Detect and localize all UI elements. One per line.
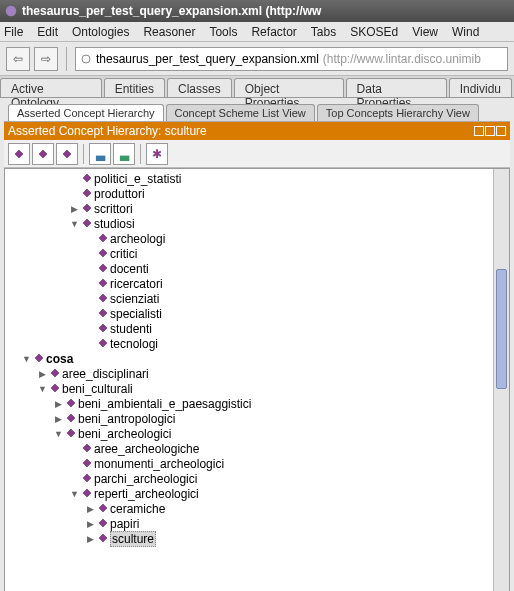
node-label[interactable]: beni_antropologici bbox=[78, 412, 175, 426]
tree-node[interactable]: ▶ceramiche bbox=[5, 501, 493, 516]
node-label[interactable]: sculture bbox=[110, 531, 156, 547]
subtab-top-concepts-hierarchy-view[interactable]: Top Concepts Hierarchy View bbox=[317, 104, 479, 121]
node-label[interactable]: monumenti_archeologici bbox=[94, 457, 224, 471]
back-button[interactable]: ⇦ bbox=[6, 47, 30, 71]
svg-marker-7 bbox=[83, 204, 91, 212]
collapse-icon[interactable]: ▼ bbox=[69, 219, 80, 229]
subtab-concept-scheme-list-view[interactable]: Concept Scheme List View bbox=[166, 104, 315, 121]
add-subclass-button[interactable] bbox=[8, 143, 30, 165]
node-label[interactable]: specialisti bbox=[110, 307, 162, 321]
tool-button-3[interactable]: ✱ bbox=[146, 143, 168, 165]
menu-reasoner[interactable]: Reasoner bbox=[143, 25, 195, 39]
menu-refactor[interactable]: Refactor bbox=[251, 25, 296, 39]
tool-button-2[interactable]: ▃ bbox=[113, 143, 135, 165]
node-label[interactable]: studiosi bbox=[94, 217, 135, 231]
node-label[interactable]: ceramiche bbox=[110, 502, 165, 516]
node-label[interactable]: reperti_archeologici bbox=[94, 487, 199, 501]
expand-icon[interactable]: ▶ bbox=[69, 204, 80, 214]
tab-classes[interactable]: Classes bbox=[167, 78, 232, 97]
node-label[interactable]: politici_e_statisti bbox=[94, 172, 181, 186]
tree-node[interactable]: ▼beni_archeologici bbox=[5, 426, 493, 441]
tree-node[interactable]: ▼reperti_archeologici bbox=[5, 486, 493, 501]
toolbar-separator bbox=[140, 144, 141, 164]
node-label[interactable]: produttori bbox=[94, 187, 145, 201]
node-label[interactable]: scrittori bbox=[94, 202, 133, 216]
node-label[interactable]: studenti bbox=[110, 322, 152, 336]
tree-node[interactable]: ▶scrittori bbox=[5, 201, 493, 216]
node-label[interactable]: aree_disciplinari bbox=[62, 367, 149, 381]
tree-node[interactable]: tecnologi bbox=[5, 336, 493, 351]
expand-icon[interactable]: ▶ bbox=[85, 534, 96, 544]
node-label[interactable]: papiri bbox=[110, 517, 139, 531]
vertical-scrollbar[interactable] bbox=[493, 169, 509, 591]
node-label[interactable]: beni_archeologici bbox=[78, 427, 171, 441]
collapse-icon[interactable]: ▼ bbox=[53, 429, 64, 439]
menu-file[interactable]: File bbox=[4, 25, 23, 39]
panel-max-icon[interactable] bbox=[485, 126, 495, 136]
node-label[interactable]: parchi_archeologici bbox=[94, 472, 197, 486]
node-label[interactable]: scienziati bbox=[110, 292, 159, 306]
remove-button[interactable] bbox=[56, 143, 78, 165]
tab-entities[interactable]: Entities bbox=[104, 78, 165, 97]
menu-tools[interactable]: Tools bbox=[209, 25, 237, 39]
tree-node[interactable]: specialisti bbox=[5, 306, 493, 321]
add-sibling-button[interactable] bbox=[32, 143, 54, 165]
node-label[interactable]: ricercatori bbox=[110, 277, 163, 291]
menu-view[interactable]: View bbox=[412, 25, 438, 39]
expand-icon[interactable]: ▶ bbox=[53, 399, 64, 409]
tree-node[interactable]: ▼studiosi bbox=[5, 216, 493, 231]
forward-button[interactable]: ⇨ bbox=[34, 47, 58, 71]
expand-icon[interactable]: ▶ bbox=[85, 504, 96, 514]
tree-node[interactable]: ▶papiri bbox=[5, 516, 493, 531]
collapse-icon[interactable]: ▼ bbox=[21, 354, 32, 364]
tree-node[interactable]: docenti bbox=[5, 261, 493, 276]
tab-data-properties[interactable]: Data Properties bbox=[346, 78, 447, 97]
menu-ontologies[interactable]: Ontologies bbox=[72, 25, 129, 39]
scrollbar-thumb[interactable] bbox=[496, 269, 507, 389]
tree-node[interactable]: studenti bbox=[5, 321, 493, 336]
tree-node[interactable]: aree_archeologiche bbox=[5, 441, 493, 456]
tab-object-properties[interactable]: Object Properties bbox=[234, 78, 344, 97]
collapse-icon[interactable]: ▼ bbox=[37, 384, 48, 394]
tab-active-ontology[interactable]: Active Ontology bbox=[0, 78, 102, 97]
url-bar[interactable]: thesaurus_per_test_query_expansion.xml (… bbox=[75, 47, 508, 71]
tree-node[interactable]: ▼beni_culturali bbox=[5, 381, 493, 396]
svg-marker-15 bbox=[99, 324, 107, 332]
tab-individu[interactable]: Individu bbox=[449, 78, 512, 97]
subtab-asserted-concept-hierarchy[interactable]: Asserted Concept Hierarchy bbox=[8, 104, 164, 121]
tree-node[interactable]: politici_e_statisti bbox=[5, 171, 493, 186]
node-label[interactable]: docenti bbox=[110, 262, 149, 276]
tree-node[interactable]: produttori bbox=[5, 186, 493, 201]
tree-node[interactable]: ▶sculture bbox=[5, 531, 493, 546]
expand-icon[interactable]: ▶ bbox=[85, 519, 96, 529]
tree-node[interactable]: monumenti_archeologici bbox=[5, 456, 493, 471]
menu-skosed[interactable]: SKOSEd bbox=[350, 25, 398, 39]
tree-node[interactable]: archeologi bbox=[5, 231, 493, 246]
expand-icon[interactable]: ▶ bbox=[37, 369, 48, 379]
menu-tabs[interactable]: Tabs bbox=[311, 25, 336, 39]
expand-icon[interactable]: ▶ bbox=[53, 414, 64, 424]
node-label[interactable]: beni_culturali bbox=[62, 382, 133, 396]
tree-node[interactable]: ▼cosa bbox=[5, 351, 493, 366]
node-label[interactable]: cosa bbox=[46, 352, 73, 366]
tree-node[interactable]: critici bbox=[5, 246, 493, 261]
tree-node[interactable]: ▶aree_disciplinari bbox=[5, 366, 493, 381]
menu-edit[interactable]: Edit bbox=[37, 25, 58, 39]
tool-button-1[interactable]: ▃ bbox=[89, 143, 111, 165]
tree-node[interactable]: scienziati bbox=[5, 291, 493, 306]
node-label[interactable]: beni_ambientali_e_paesaggistici bbox=[78, 397, 251, 411]
menu-wind[interactable]: Wind bbox=[452, 25, 479, 39]
tree-node[interactable]: parchi_archeologici bbox=[5, 471, 493, 486]
panel-close-icon[interactable] bbox=[496, 126, 506, 136]
panel-pin-icon[interactable] bbox=[474, 126, 484, 136]
collapse-icon[interactable]: ▼ bbox=[69, 489, 80, 499]
tree-node[interactable]: ▶beni_antropologici bbox=[5, 411, 493, 426]
tree-node[interactable]: ▶beni_ambientali_e_paesaggistici bbox=[5, 396, 493, 411]
concept-tree[interactable]: politici_e_statistiproduttori▶scrittori▼… bbox=[5, 169, 493, 591]
tree-node[interactable]: ricercatori bbox=[5, 276, 493, 291]
svg-marker-29 bbox=[99, 534, 107, 542]
node-label[interactable]: critici bbox=[110, 247, 137, 261]
node-label[interactable]: tecnologi bbox=[110, 337, 158, 351]
node-label[interactable]: archeologi bbox=[110, 232, 165, 246]
node-label[interactable]: aree_archeologiche bbox=[94, 442, 199, 456]
